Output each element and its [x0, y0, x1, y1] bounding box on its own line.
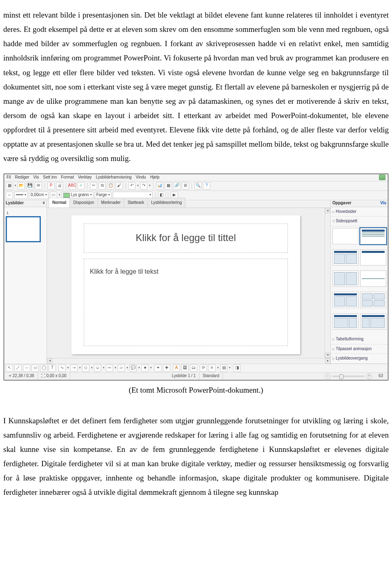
zoom-slider[interactable]: − +: [321, 373, 375, 380]
layout-blank[interactable]: [332, 228, 359, 244]
fontwork-icon[interactable]: A: [173, 364, 180, 372]
rectangle-icon[interactable]: ▭: [31, 364, 39, 372]
toolbar-standard: ▦▾ 📂 💾 ✉ P 🖨 ABC ✓ ✂ ⧉ 📋 🖌 ↶▾ ↷▾ 📊 ▦ 🔗 ⊞…: [4, 181, 388, 191]
printer-icon[interactable]: [379, 174, 385, 180]
stars-icon[interactable]: ★: [141, 364, 149, 372]
menu-insert[interactable]: Sett inn: [43, 174, 57, 181]
formatpaint-icon[interactable]: 🖌: [116, 182, 123, 190]
layout-title-content[interactable]: [360, 228, 386, 244]
ellipse-icon[interactable]: ◯: [40, 364, 47, 372]
menu-slideshow[interactable]: Lysbildeframvisning: [96, 174, 131, 181]
menu-view[interactable]: Vis: [33, 174, 39, 181]
status-standard: Standard: [199, 373, 223, 380]
spellcheck-icon[interactable]: ABC: [69, 182, 76, 190]
blockarrows-icon[interactable]: ⇨: [106, 364, 113, 372]
horizontal-scrollbar[interactable]: ◂ ▸: [47, 358, 330, 364]
arrowends-icon[interactable]: ↔: [6, 192, 13, 199]
save-icon[interactable]: 💾: [26, 182, 33, 190]
layout-centered[interactable]: [360, 270, 386, 287]
menu-help[interactable]: Hjelp: [150, 174, 160, 181]
zoom-icon[interactable]: 🔍: [194, 182, 202, 190]
menu-edit[interactable]: Rediger: [15, 174, 29, 181]
menu-window[interactable]: Vindu: [136, 174, 146, 181]
layout-title-2box[interactable]: [332, 292, 359, 308]
menu-tools[interactable]: Verktøy: [78, 174, 92, 181]
tab-notes[interactable]: Merknader: [98, 198, 125, 208]
layout-title-only[interactable]: [360, 249, 386, 266]
select-icon[interactable]: ↖: [6, 364, 13, 372]
cursor-pos-icon: ⌖: [9, 372, 11, 380]
print-icon[interactable]: 🖨: [56, 182, 63, 190]
linewidth-dropdown[interactable]: 0,00cm▾: [29, 192, 49, 199]
help-icon[interactable]: ?: [203, 182, 210, 190]
scroll-left-icon[interactable]: ◂: [47, 358, 52, 364]
new-icon[interactable]: ▦: [6, 182, 13, 190]
navigator-icon[interactable]: ⊞: [182, 182, 189, 190]
layout-right-big[interactable]: [360, 313, 386, 330]
section-masters[interactable]: Hovedsider: [331, 207, 388, 217]
section-animation[interactable]: Tilpasset animasjon: [331, 344, 388, 354]
section-tabledesign[interactable]: Tabellutforming: [331, 335, 388, 344]
extrusion-icon[interactable]: ◨: [233, 364, 241, 372]
callouts-icon[interactable]: 💬: [129, 364, 137, 372]
line-icon[interactable]: ／: [14, 364, 22, 372]
body-paragraph-1: minst ett relevant bilde i presentasjone…: [3, 8, 389, 166]
copy-icon[interactable]: ⧉: [98, 182, 106, 190]
undo-icon[interactable]: ↶: [128, 182, 136, 190]
open-icon[interactable]: 📂: [18, 182, 25, 190]
pdf-icon[interactable]: P: [47, 182, 55, 190]
basicshapes-icon[interactable]: ◇: [82, 364, 89, 372]
table-icon[interactable]: ▦: [165, 182, 172, 190]
zoom-value[interactable]: 63: [375, 373, 386, 380]
fromfile-icon[interactable]: 🖼: [181, 364, 189, 372]
title-placeholder[interactable]: Klikk for å legge til tittel: [84, 223, 288, 253]
slide: Klikk for å legge til tittel Klikk for å…: [71, 215, 300, 354]
gluepts-icon[interactable]: ✚: [163, 364, 170, 372]
paste-icon[interactable]: 📋: [107, 182, 114, 190]
zoom-in-icon[interactable]: +: [366, 373, 372, 379]
gallery-icon[interactable]: 🗂: [190, 364, 197, 372]
connector-icon[interactable]: ⇢: [70, 364, 78, 372]
menu-file[interactable]: Fil: [7, 174, 11, 181]
curve-icon[interactable]: ∿: [58, 364, 66, 372]
points-icon[interactable]: ✦: [154, 364, 162, 372]
arrow-icon[interactable]: →: [23, 364, 30, 372]
section-transition[interactable]: Lysbildeovergang: [331, 354, 388, 364]
layout-title-2col[interactable]: [332, 249, 359, 266]
tasks-view-link[interactable]: Vis: [380, 199, 386, 207]
menu-format[interactable]: Format: [61, 174, 74, 181]
slide-canvas[interactable]: Klikk for å legge til tittel Klikk for å…: [47, 208, 325, 358]
arrange-icon[interactable]: ▤: [220, 364, 227, 372]
hyperlink-icon[interactable]: 🔗: [173, 182, 180, 190]
tab-sorter[interactable]: Lysbildesortering: [147, 198, 185, 208]
layout-4box[interactable]: [360, 292, 386, 308]
flowchart-icon[interactable]: ▱: [118, 364, 125, 372]
vertical-scrollbar[interactable]: ▴ ▾: [325, 208, 330, 358]
chart-icon[interactable]: 📊: [156, 182, 163, 190]
linestyle-dropdown[interactable]: ━━━▾: [14, 192, 28, 199]
rotate-icon[interactable]: ⟳: [200, 364, 207, 372]
tab-normal[interactable]: Normal: [49, 198, 70, 208]
cut-icon[interactable]: ✂: [90, 182, 97, 190]
body-paragraph-2: I Kunnskapsløftet er det definert fem fe…: [3, 413, 389, 500]
symbolshapes-icon[interactable]: ☺: [94, 364, 101, 372]
tab-outline[interactable]: Disposisjon: [69, 198, 98, 208]
zoom-out-icon[interactable]: −: [325, 373, 330, 379]
redo-icon[interactable]: ↷: [140, 182, 147, 190]
tab-handout[interactable]: Støtteark: [124, 198, 148, 208]
layout-2col[interactable]: [332, 270, 359, 287]
scroll-down-icon[interactable]: ▾: [325, 353, 330, 358]
align-icon[interactable]: ≡: [208, 364, 216, 372]
statusbar: ⌖ 22,38 / 0,38 ⛶ 0,00 x 0,00 Lysbilde 1 …: [4, 372, 388, 380]
autospell-icon[interactable]: ✓: [77, 182, 85, 190]
close-icon[interactable]: ×: [42, 199, 45, 207]
slides-panel: Lysbilder × 1: [4, 200, 47, 364]
scroll-right-icon[interactable]: ▸: [325, 358, 330, 364]
section-layouts[interactable]: Sideoppsett: [331, 217, 388, 226]
slide-thumbnail-1[interactable]: [7, 217, 40, 241]
layout-left-big[interactable]: [332, 313, 359, 330]
scroll-up-icon[interactable]: ▴: [325, 208, 330, 213]
mail-icon[interactable]: ✉: [35, 182, 42, 190]
text-icon[interactable]: T: [49, 364, 56, 372]
body-placeholder[interactable]: Klikk for å legge til tekst: [84, 259, 288, 346]
